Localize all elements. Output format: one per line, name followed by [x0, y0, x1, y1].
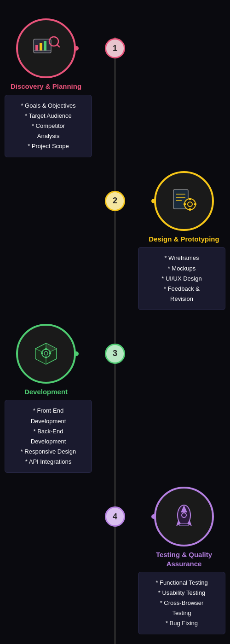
step-2-number: 2	[105, 191, 125, 211]
svg-rect-25	[49, 352, 51, 354]
svg-point-11	[184, 199, 196, 210]
svg-rect-1	[35, 45, 38, 51]
svg-rect-31	[179, 523, 189, 526]
step-2-title: Design & Prototyping	[149, 235, 219, 244]
step-1-info: * Goals & Objectives * Target Audience *…	[5, 95, 92, 157]
step-1-icon-wrapper	[16, 18, 76, 78]
step-4-number: 4	[105, 506, 125, 527]
timeline: Discovery & Planning 1 * Goals & Objecti…	[0, 0, 230, 644]
development-icon	[30, 338, 62, 370]
step-4-title: Testing & Quality Assurance	[138, 550, 230, 568]
step-2-icon-wrapper	[154, 171, 214, 231]
step-1-row: Discovery & Planning 1	[0, 9, 230, 91]
discovery-icon	[30, 32, 62, 64]
svg-rect-13	[189, 198, 191, 200]
svg-rect-15	[184, 203, 186, 205]
step-3-icon-wrapper	[16, 324, 76, 384]
step-3-dot	[74, 351, 79, 356]
svg-rect-14	[189, 208, 191, 211]
step-4-icon-wrapper	[154, 487, 214, 546]
svg-rect-16	[194, 203, 196, 205]
step-2-row: 2	[0, 171, 230, 244]
svg-rect-22	[45, 348, 47, 350]
svg-line-6	[57, 45, 59, 47]
step-3-number: 3	[105, 344, 125, 364]
svg-rect-3	[44, 41, 46, 51]
step-2-info: * Wireframes * Mockups * UI/UX Design * …	[138, 247, 225, 310]
step-1-dot	[74, 46, 79, 51]
svg-rect-24	[41, 352, 43, 354]
testing-icon	[168, 500, 200, 533]
step-3-info: * Front-End Development * Back-End Devel…	[5, 400, 92, 473]
step-1-number: 1	[105, 38, 125, 58]
step-1-title: Discovery & Planning	[11, 82, 81, 91]
step-4-info: * Functional Testing * Usability Testing…	[138, 572, 225, 634]
step-4-row: 4 Testing & Quality Assurance	[0, 487, 230, 568]
step-3-row: Development 3	[0, 324, 230, 397]
svg-rect-23	[45, 356, 47, 358]
svg-rect-2	[40, 43, 42, 51]
design-icon	[168, 185, 200, 217]
svg-point-20	[42, 349, 50, 357]
step-3-title: Development	[24, 387, 68, 397]
